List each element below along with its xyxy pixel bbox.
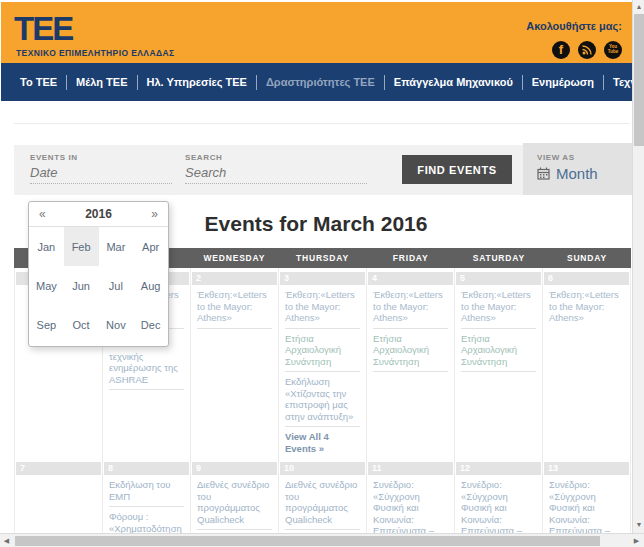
rss-icon[interactable] <box>578 41 596 59</box>
event-link[interactable]: Διεθνές συνέδριο του προγράμματος Qualic… <box>285 475 360 530</box>
month-option-aug[interactable]: Aug <box>133 266 168 305</box>
site-header: ΤΕΕ ΤΕΧΝΙΚΟ ΕΠΙΜΕΛΗΤΗΡΙΟ ΕΛΛΑΔΑΣ Ακολουθ… <box>1 2 632 63</box>
event-link[interactable]: Διεθνές συνέδριο του προγράμματος Qualic… <box>197 475 272 530</box>
event-filter-bar: EVENTS IN SEARCH FIND EVENTS VIEW AS Mon… <box>14 145 631 195</box>
event-link[interactable]: Έκθεση:«Letters to the Mayor: Athens» <box>549 285 624 328</box>
day-number: 13 <box>544 462 629 475</box>
day-number: 2 <box>192 272 277 285</box>
day-number: 3 <box>280 272 365 285</box>
search-input[interactable] <box>185 162 367 184</box>
event-link[interactable]: Έκθεση:«Letters to the Mayor: Athens» <box>197 285 272 329</box>
nav-item-ηλ-υπηρεσίες-τεε[interactable]: Ηλ. Υπηρεσίες ΤΕΕ <box>138 75 257 90</box>
day-cell-2: 2Έκθεση:«Letters to the Mayor: Athens» <box>191 268 279 458</box>
prev-year-button[interactable]: « <box>39 207 46 221</box>
event-link[interactable]: Εκδήλωση του ΕΜΠ <box>109 475 184 507</box>
month-option-mar[interactable]: Mar <box>99 227 134 266</box>
day-number: 7 <box>16 462 101 475</box>
events-in-group: EVENTS IN <box>30 153 172 184</box>
day-header-sunday: SUNDAY <box>543 248 631 268</box>
vertical-scrollbar[interactable]: ▲ ▼ <box>632 0 644 533</box>
search-label: SEARCH <box>185 153 367 162</box>
day-cell-5: 5Έκθεση:«Letters to the Mayor: Athens»Ετ… <box>455 268 543 458</box>
view-all-events-link[interactable]: View All 4 Events » <box>285 427 360 458</box>
follow-us-label: Ακολουθήστε μας: <box>526 20 622 32</box>
day-header-wednesday: WEDNESDAY <box>190 248 278 268</box>
scroll-up-arrow[interactable]: ▲ <box>633 0 644 13</box>
events-in-label: EVENTS IN <box>30 153 172 162</box>
event-list: Έκθεση:«Letters to the Mayor: Athens»Ετή… <box>455 285 542 372</box>
month-option-apr[interactable]: Apr <box>133 227 168 266</box>
day-number: 6 <box>544 272 629 285</box>
calendar-icon <box>537 167 550 180</box>
event-link[interactable]: Έκθεση:«Letters to the Mayor: Athens» <box>373 285 448 329</box>
day-cell-6: 6Έκθεση:«Letters to the Mayor: Athens» <box>543 268 631 458</box>
nav-item-ενημέρωση[interactable]: Ενημέρωση <box>523 75 604 90</box>
day-header-thursday: THURSDAY <box>278 248 366 268</box>
month-option-dec[interactable]: Dec <box>133 305 168 344</box>
view-as-month-toggle[interactable]: Month <box>537 165 644 182</box>
view-as-value: Month <box>556 165 598 182</box>
event-list: Έκθεση:«Letters to the Mayor: Athens»Ετή… <box>279 285 366 458</box>
event-link[interactable]: Ετήσια Αρχαιολογική Συνάντηση <box>461 329 536 373</box>
month-option-may[interactable]: May <box>29 266 64 305</box>
main-nav: Το ΤΕΕΜέλη ΤΕΕΗλ. Υπηρεσίες ΤΕΕΔραστηριό… <box>1 63 632 101</box>
day-cell-3: 3Έκθεση:«Letters to the Mayor: Athens»Ετ… <box>279 268 367 458</box>
event-list: Έκθεση:«Letters to the Mayor: Athens» <box>543 285 630 328</box>
day-header-friday: FRIDAY <box>367 248 455 268</box>
horizontal-scroll-thumb[interactable] <box>15 536 600 546</box>
content-divider <box>14 123 630 124</box>
month-option-sep[interactable]: Sep <box>29 305 64 344</box>
day-number: 12 <box>456 462 541 475</box>
vertical-scroll-thumb[interactable] <box>634 14 644 146</box>
search-group: SEARCH <box>185 153 367 184</box>
event-link[interactable]: Ετήσια Αρχαιολογική Συνάντηση <box>285 329 360 373</box>
nav-item-το-τεε[interactable]: Το ΤΕΕ <box>11 75 67 90</box>
event-list: Έκθεση:«Letters to the Mayor: Athens»Ετή… <box>367 285 454 372</box>
day-number: 5 <box>456 272 541 285</box>
month-option-nov[interactable]: Nov <box>99 305 134 344</box>
event-link[interactable]: Ετήσια Αρχαιολογική Συνάντηση <box>373 329 448 373</box>
day-number: 11 <box>368 462 453 475</box>
find-events-button[interactable]: FIND EVENTS <box>402 155 512 184</box>
day-cell-4: 4Έκθεση:«Letters to the Mayor: Athens»Ετ… <box>367 268 455 458</box>
month-option-feb[interactable]: Feb <box>64 227 99 266</box>
event-link[interactable]: τεχνικής ενημέρωσης της ASHRAE <box>109 347 184 391</box>
date-picker-header: « 2016 » <box>29 202 168 227</box>
event-link[interactable]: Έκθεση:«Letters to the Mayor: Athens» <box>285 285 360 329</box>
scroll-left-arrow[interactable]: ◀ <box>0 534 13 547</box>
scroll-down-arrow[interactable]: ▼ <box>633 518 644 531</box>
nav-item-δραστηριότητες-τεε[interactable]: Δραστηριότητες ΤΕΕ <box>257 75 385 90</box>
view-as-label: VIEW AS <box>537 153 644 162</box>
month-option-jan[interactable]: Jan <box>29 227 64 266</box>
date-picker-popup: « 2016 » JanFebMarAprMayJunJulAugSepOctN… <box>28 201 169 347</box>
date-input[interactable] <box>30 162 172 184</box>
tee-logo[interactable]: ΤΕΕ <box>14 10 72 48</box>
event-link[interactable]: Έκθεση:«Letters to the Mayor: Athens» <box>461 285 536 329</box>
year-label: 2016 <box>85 207 112 221</box>
logo-subtitle: ΤΕΧΝΙΚΟ ΕΠΙΜΕΛΗΤΗΡΙΟ ΕΛΛΑΔΑΣ <box>16 48 175 58</box>
day-header-saturday: SATURDAY <box>455 248 543 268</box>
month-option-jul[interactable]: Jul <box>99 266 134 305</box>
facebook-icon[interactable]: f <box>552 41 570 59</box>
nav-item-επάγγελμα-μηχανικού[interactable]: Επάγγελμα Μηχανικού <box>385 75 523 90</box>
day-number: 4 <box>368 272 453 285</box>
scroll-right-arrow[interactable]: ▶ <box>630 534 643 547</box>
view-as-panel: VIEW AS Month <box>523 143 644 195</box>
month-option-oct[interactable]: Oct <box>64 305 99 344</box>
youtube-icon[interactable]: You Tube <box>604 41 622 59</box>
month-grid: JanFebMarAprMayJunJulAugSepOctNovDec <box>29 227 168 344</box>
next-year-button[interactable]: » <box>151 207 158 221</box>
nav-item-μέλη-τεε[interactable]: Μέλη ΤΕΕ <box>67 75 137 90</box>
social-links: f You Tube <box>552 41 622 59</box>
horizontal-scrollbar[interactable]: ◀ ▶ <box>0 533 644 547</box>
day-number: 8 <box>104 462 189 475</box>
event-list: Έκθεση:«Letters to the Mayor: Athens» <box>191 285 278 329</box>
day-number: 10 <box>280 462 365 475</box>
day-number: 9 <box>192 462 277 475</box>
month-option-jun[interactable]: Jun <box>64 266 99 305</box>
event-link[interactable]: Εκδήλωση «Χτίζοντας την επιστροφή μας στ… <box>285 372 360 427</box>
